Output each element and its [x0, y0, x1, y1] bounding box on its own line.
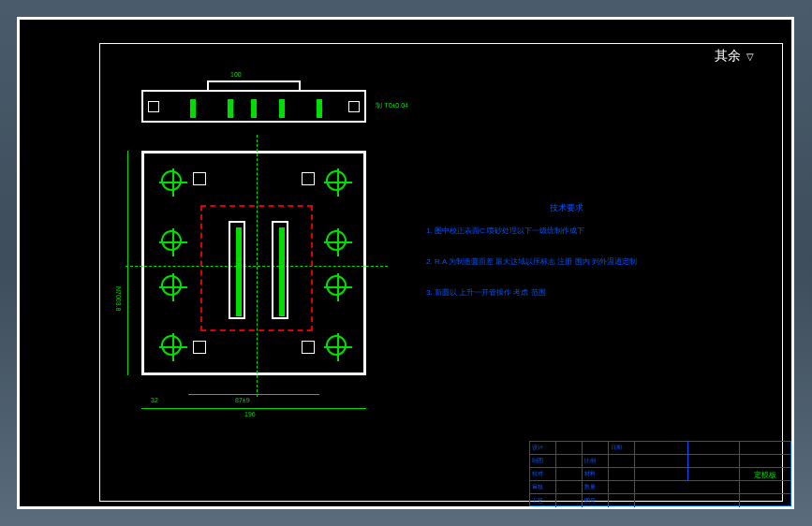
mount-3 — [193, 341, 206, 354]
bolt-mr1 — [326, 230, 347, 251]
notch-left — [148, 101, 159, 112]
cross-v — [337, 273, 339, 301]
cell-design: 设计 — [530, 442, 556, 454]
part-name-cell — [687, 442, 739, 481]
dim-line-inner — [188, 394, 319, 395]
cross-v — [172, 228, 174, 256]
cell — [609, 481, 635, 493]
cell — [609, 455, 635, 467]
marker-5 — [317, 99, 322, 118]
surface-finish-label: 其余 ▽ — [715, 48, 754, 65]
drawing-content: 100 制 T0±0.04 — [123, 80, 394, 427]
mount-1 — [193, 172, 206, 185]
cell-draw: 制图 — [530, 455, 556, 467]
note-3: 3. 新圆以 上升一开管操作 考虑 范围 — [426, 287, 707, 298]
bolt-tl — [161, 170, 182, 191]
marker-1 — [190, 99, 196, 118]
marker-4 — [279, 99, 285, 118]
title-block: 设计 日期 制图 比例 校对 材料 审核 数量 工艺 图号 — [529, 441, 791, 506]
label-text: 其余 — [715, 48, 741, 65]
slot-left — [229, 221, 245, 319]
cross-v — [172, 168, 174, 197]
note-2: 2. R.A 为制造圆面差 最大达域以压标志 注册 围内 到外温通定制 — [426, 256, 707, 267]
mount-2 — [302, 172, 315, 185]
cell-mat: 材料 — [583, 468, 609, 480]
slot-right — [272, 221, 288, 319]
notch-right — [348, 101, 360, 112]
cell — [556, 442, 583, 454]
cell — [556, 494, 583, 507]
cell — [556, 468, 583, 480]
elevation-view: 100 制 T0±0.04 — [141, 80, 366, 132]
cross-v — [337, 228, 339, 256]
dim-inner-width: 87±9 — [235, 397, 250, 403]
bolt-br — [326, 335, 347, 356]
dim-corner: 32 — [151, 397, 158, 403]
cell — [609, 494, 635, 507]
slot-left-fill — [236, 227, 242, 316]
cell-date: 日期 — [609, 442, 635, 454]
cell — [583, 442, 609, 454]
cross-v — [172, 333, 174, 361]
bolt-tr — [326, 170, 347, 191]
cell-qty: 数量 — [583, 481, 609, 493]
top-dim-1: 100 — [230, 71, 242, 78]
top-outline — [141, 90, 366, 123]
technical-notes: 技术要求 1. 图中校正表面C.喷砂处理以下一级统制作成下 2. R.A 为制造… — [426, 202, 707, 318]
bolt-mr2 — [326, 275, 347, 296]
cell-dwgno: 图号 — [583, 494, 609, 507]
bolt-ml2 — [161, 275, 182, 296]
finish-symbol-icon: ▽ — [746, 51, 754, 62]
bolt-bl — [161, 335, 182, 356]
cell — [609, 468, 635, 480]
cross-v — [337, 168, 339, 197]
cross-v — [337, 333, 339, 361]
cell-process: 工艺 — [530, 494, 556, 507]
cross-v — [172, 273, 174, 301]
cell — [556, 481, 583, 493]
dim-overall-width: 196 — [244, 411, 256, 417]
marker-3 — [251, 99, 257, 118]
slot-right-fill — [279, 227, 285, 316]
marker-2 — [228, 99, 233, 118]
dim-side-height: N7003.8 — [115, 286, 122, 311]
part-name-big: 定模板 — [739, 442, 790, 507]
dim-line-left — [127, 151, 128, 375]
cad-workspace: 其余 ▽ 100 制 T0±0.04 — [17, 17, 794, 509]
plan-view — [141, 151, 366, 375]
note-1: 1. 图中校正表面C.喷砂处理以下一级统制作成下 — [426, 226, 707, 236]
cell — [556, 455, 583, 467]
cell-check: 校对 — [530, 468, 556, 480]
cell-review: 审核 — [530, 481, 556, 493]
slot-region — [200, 205, 313, 331]
bolt-ml1 — [161, 230, 182, 251]
notes-title: 技术要求 — [426, 202, 707, 214]
hole-note: 制 T0±0.04 — [376, 101, 408, 110]
dim-line-bottom — [141, 408, 366, 409]
mount-4 — [302, 341, 315, 354]
cell-scale: 比例 — [583, 455, 609, 467]
